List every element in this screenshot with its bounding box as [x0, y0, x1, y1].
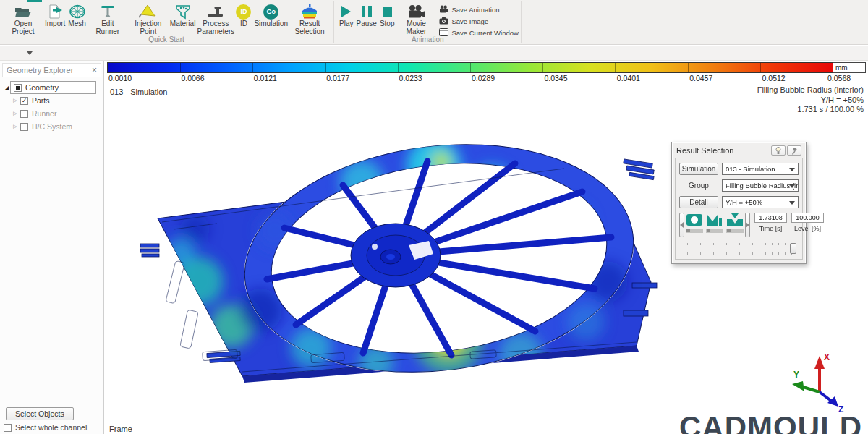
phase-pack-button[interactable]: [705, 213, 724, 233]
injection-point-button[interactable]: Injection Point: [128, 2, 169, 36]
frame-label: Frame: [109, 425, 132, 433]
movie-maker-button[interactable]: Movie Maker: [396, 2, 436, 36]
save-animation-button[interactable]: Save Animation: [439, 5, 514, 14]
ribbon: Open Project Import Mesh Edit Runner: [0, 0, 868, 45]
ribbon-separator: [333, 1, 334, 43]
mesh-icon: [69, 3, 86, 20]
model-3d-render[interactable]: [130, 137, 687, 434]
ribbon-group-animation: Play Pause Stop Movie Maker: [335, 0, 520, 44]
play-button[interactable]: Play: [338, 2, 354, 29]
lightbulb-icon: [775, 147, 781, 155]
ribbon-group-quick-start: Open Project Import Mesh Edit Runner: [0, 0, 333, 44]
movie-maker-icon: [407, 3, 425, 20]
detail-dropdown[interactable]: Y/H = +50%: [722, 196, 799, 208]
expander-icon[interactable]: ▷: [12, 98, 19, 103]
open-project-icon: [14, 3, 33, 20]
playback-controls: 1.73108 Time [s] 100.000 Level [%]: [679, 213, 799, 237]
hint-button[interactable]: [771, 145, 786, 156]
result-selection-titlebar[interactable]: Result Selection: [675, 145, 803, 158]
detail-select-button[interactable]: Detail: [679, 196, 718, 208]
material-icon: [174, 3, 192, 20]
edit-runner-icon: [99, 3, 116, 20]
time-slider[interactable]: [681, 242, 797, 256]
slider-ticks: [681, 243, 797, 245]
select-objects-button[interactable]: Select Objects: [6, 407, 74, 420]
axis-y-label: Y: [793, 370, 799, 380]
material-button[interactable]: Material: [169, 2, 197, 29]
pin-icon: [791, 147, 798, 155]
panel-title: Geometry Explorer: [7, 66, 73, 75]
time-value-field[interactable]: 1.73108: [754, 213, 787, 223]
phase-fill-button[interactable]: [685, 213, 704, 233]
chevron-down-icon[interactable]: [27, 51, 33, 55]
geometry-explorer-header: Geometry Explorer ×: [2, 63, 101, 77]
import-button[interactable]: Import: [43, 2, 67, 29]
expander-icon[interactable]: ◢: [3, 85, 10, 91]
parts-checkbox[interactable]: [20, 97, 28, 105]
result-name: Filling Bubble Radius (interior): [757, 85, 864, 95]
go-badge-icon: Go: [263, 3, 278, 20]
ribbon-separator: [521, 1, 522, 43]
step-back-button[interactable]: [679, 213, 684, 237]
result-selection-body: Simulation 013 - Simulation Group Fillin…: [675, 158, 803, 260]
play-icon: [341, 3, 351, 20]
colorbar-labels: 0.0010 0.0066 0.0121 0.0177 0.0233 0.028…: [107, 73, 833, 82]
result-detail: Y/H = +50%: [757, 95, 864, 106]
colorbar-unit: mm: [833, 62, 866, 73]
time-label: Time [s]: [760, 225, 783, 232]
result-selection-icon: [300, 3, 319, 20]
edit-runner-button[interactable]: Edit Runner: [88, 2, 128, 36]
pause-icon: [362, 3, 372, 20]
3d-viewport[interactable]: mm 0.0010 0.0066 0.0121 0.0177 0.0233 0.…: [105, 61, 868, 434]
pack-phase-icon: [705, 213, 724, 227]
cool-phase-icon: [726, 213, 744, 227]
process-parameters-button[interactable]: Process Parameters: [197, 2, 234, 36]
axis-triad: X Y Z: [792, 350, 853, 414]
slider-ticks: [681, 252, 797, 255]
phase-cool-button[interactable]: [726, 213, 744, 233]
color-legend: mm 0.0010 0.0066 0.0121 0.0177 0.0233 0.…: [107, 62, 866, 82]
hc-system-checkbox[interactable]: [20, 123, 28, 131]
chevron-down-icon: [789, 201, 795, 205]
step-forward-button[interactable]: [745, 213, 750, 237]
expander-icon[interactable]: ▷: [12, 111, 19, 116]
pause-button[interactable]: Pause: [355, 2, 378, 29]
phase-progress-bar: [686, 229, 703, 233]
slider-handle[interactable]: [790, 243, 796, 254]
geometry-checkbox[interactable]: [14, 84, 22, 92]
level-value-field[interactable]: 100.000: [791, 213, 824, 223]
import-icon: [46, 3, 64, 20]
expander-icon[interactable]: ▷: [12, 124, 19, 129]
tree-item-hc-system[interactable]: ▷ H/C System: [12, 121, 103, 132]
mesh-button[interactable]: Mesh: [67, 2, 87, 29]
stop-button[interactable]: Stop: [378, 2, 396, 29]
select-whole-channel-checkbox[interactable]: [4, 424, 12, 432]
tree-item-runner[interactable]: ▷ Runner: [12, 108, 103, 119]
group-label-quick-start: Quick Start: [0, 35, 333, 43]
tree-item-geometry[interactable]: ◢ Geometry: [3, 82, 103, 93]
runner-checkbox[interactable]: [20, 110, 28, 118]
simulation-button[interactable]: Go Simulation: [252, 2, 289, 29]
close-icon[interactable]: ×: [92, 65, 97, 75]
simulation-select-button[interactable]: Simulation: [679, 163, 718, 175]
colorbar-gradient: [107, 62, 833, 73]
group-dropdown[interactable]: Filling Bubble Radius (interior): [722, 179, 799, 192]
ribbon-collapse-strip: [0, 46, 868, 61]
injection-point-icon: [139, 3, 158, 20]
save-image-button[interactable]: Save Image: [439, 17, 514, 26]
pin-button[interactable]: [787, 145, 801, 156]
chevron-down-icon: [789, 168, 795, 171]
geometry-explorer-panel: Geometry Explorer × ◢ Geometry ▷ Parts ▷…: [0, 61, 104, 434]
id-badge-icon: ID: [236, 3, 251, 20]
result-selection-button[interactable]: Result Selection: [289, 2, 330, 36]
group-label-animation: Animation: [335, 35, 520, 43]
tree-item-parts[interactable]: ▷ Parts: [12, 95, 103, 106]
phase-progress-bar: [706, 229, 723, 233]
open-project-button[interactable]: Open Project: [3, 2, 43, 36]
result-progress: 1.731 s / 100.00 %: [757, 105, 864, 115]
save-animation-icon: [439, 5, 448, 14]
view-title: 013 - Simulation: [110, 88, 168, 96]
simulation-dropdown[interactable]: 013 - Simulation: [722, 163, 799, 175]
save-image-icon: [439, 17, 448, 26]
id-button[interactable]: ID ID: [234, 2, 252, 29]
